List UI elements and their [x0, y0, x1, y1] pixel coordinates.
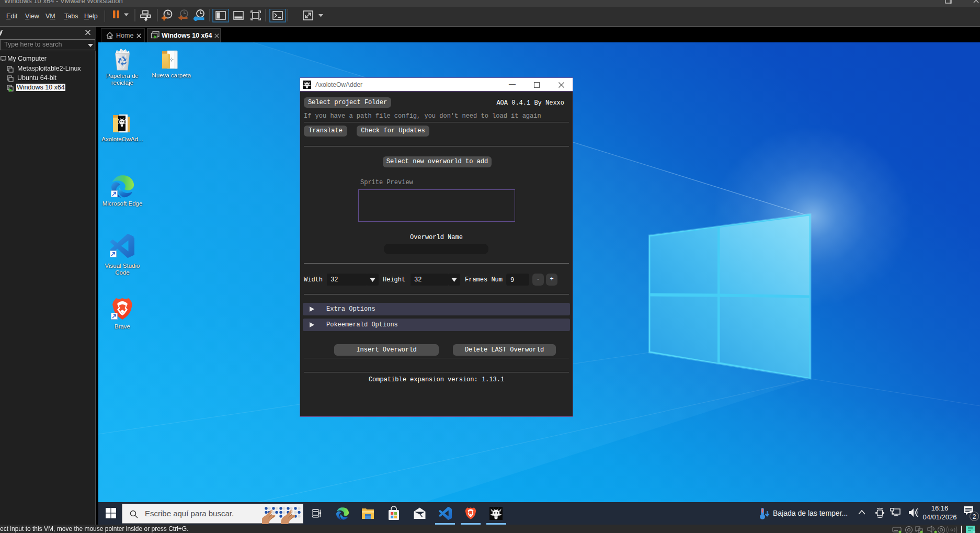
svg-text:2: 2 — [973, 513, 976, 520]
